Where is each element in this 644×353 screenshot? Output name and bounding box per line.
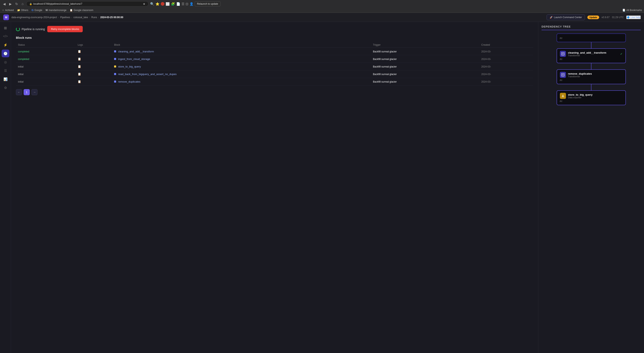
sidebar-icon-grid[interactable]: ▦ [2, 24, 9, 32]
sidebar-icon-globe[interactable]: ◎ [2, 58, 9, 66]
table-row: initial 📋 read_back_from_bigquery_and_as… [16, 70, 533, 78]
sidebar: ▦ </> ⚡ 🕐 ◎ ☰ 📊 ⚙ [0, 22, 11, 353]
exporter-icon [560, 93, 566, 99]
home-button[interactable]: ⌂ [20, 2, 25, 6]
check-icon: ✓ [620, 52, 622, 56]
dep-node-remove-dupes[interactable]: remove_duplicates Transformer PY [556, 69, 626, 84]
breadcrumb-runs[interactable]: Runs [91, 16, 97, 19]
pagination: ← 1 → [16, 89, 533, 95]
sidebar-icon-clock[interactable]: 🕐 [2, 50, 9, 57]
refresh-button[interactable]: ↻ [14, 2, 19, 7]
logs-icon-2[interactable]: 📋 [78, 65, 81, 68]
live-help-button[interactable]: 🔷 Live help [626, 16, 641, 19]
col-status: Status [16, 42, 76, 48]
table-row: completed 📋 cleaning_and_add__transform … [16, 48, 533, 55]
created-0: 2024-03- [481, 50, 491, 53]
sidebar-icon-chart[interactable]: 📊 [2, 75, 9, 83]
created-4: 2024-03- [481, 80, 491, 83]
breadcrumb-run-date[interactable]: 2024-03-25 00:00:00 [100, 16, 123, 19]
block-name-3[interactable]: read_back_from_bigquery_and_assert_no_du… [118, 73, 177, 76]
prev-page-button[interactable]: ← [16, 89, 22, 95]
section-title: Block runs [16, 36, 533, 39]
trigger-1: Backfill surreal glacier [373, 58, 397, 61]
trigger-3: Backfill surreal glacier [373, 73, 397, 76]
block-name-2[interactable]: store_to_big_query [118, 65, 141, 68]
block-table: Status Logs Block Trigger Created comple… [16, 42, 533, 86]
block-color-icon-4 [114, 81, 116, 83]
rocket-icon: 🚀 [550, 16, 553, 19]
node-cleaning-title: cleaning_and_add__transform [568, 51, 606, 54]
bookmark-achived[interactable]: ☆ Achived [2, 9, 14, 12]
status-indicator: Pipeline is running [16, 27, 45, 31]
app-logo: M [3, 15, 9, 20]
dependency-tree: PY cleaning_and_add__transform Transform… [542, 34, 641, 105]
created-3: 2024-03- [481, 73, 491, 76]
time-text: 01:29 UTC [612, 16, 624, 19]
breadcrumb: data-engineering-zoomcamp-2024-project ›… [12, 16, 123, 19]
logs-icon-1[interactable]: 📋 [78, 57, 81, 61]
col-logs: Logs [76, 42, 112, 48]
dep-node-top: PY [556, 34, 626, 42]
bookmark-mandarinorange[interactable]: W mandarinorange [46, 9, 66, 12]
breadcrumb-pipelines[interactable]: Pipelines [60, 16, 70, 19]
logs-icon-0[interactable]: 📋 [78, 50, 81, 53]
bookmarks-bar: ☆ Achived 📁 Others G Google W mandarinor… [0, 8, 644, 13]
block-color-icon-2 [114, 66, 116, 68]
table-row: completed 📋 ingest_from_cloud_storage Ba… [16, 55, 533, 63]
trigger-2: Backfill surreal glacier [373, 65, 397, 68]
bookmark-all[interactable]: 📑 All Bookmarks [622, 9, 642, 12]
dep-connector-3 [591, 84, 592, 90]
col-created: Created [479, 42, 533, 48]
transformer-icon [560, 51, 566, 57]
node-cleaning-subtitle: Transformer [568, 54, 606, 57]
created-1: 2024-03- [481, 58, 491, 61]
block-color-icon-1 [114, 58, 116, 60]
relaunch-button[interactable]: Relaunch to update [195, 2, 220, 6]
dep-node-cleaning[interactable]: cleaning_and_add__transform Transformer … [556, 48, 626, 63]
launch-command-center-button[interactable]: 🚀 Launch Command Center [546, 15, 585, 20]
breadcrumb-project[interactable]: data-engineering-zoomcamp-2024-project [12, 16, 57, 19]
trigger-0: Backfill surreal glacier [373, 50, 397, 53]
address-bar[interactable]: 🔒 localhost:6789/pipelines/colossal_lake… [26, 1, 148, 7]
page-1-button[interactable]: 1 [24, 89, 30, 95]
content-area: Pipeline is running Retry incomplete blo… [11, 22, 538, 353]
block-name-0[interactable]: cleaning_and_add__transform [118, 50, 154, 53]
forward-button[interactable]: ▶ [8, 2, 13, 7]
browser-toolbar: ◀ ▶ ↻ ⌂ 🔒 localhost:6789/pipelines/colos… [0, 0, 644, 8]
logs-icon-4[interactable]: 📋 [78, 80, 81, 83]
sidebar-icon-code[interactable]: </> [2, 33, 9, 40]
bookmark-others[interactable]: 📁 Others [17, 9, 28, 12]
transformer-icon-2 [560, 72, 566, 78]
status-cell-1: completed [18, 58, 29, 61]
dep-connector-2 [591, 63, 592, 69]
back-button[interactable]: ◀ [2, 2, 6, 7]
browser-chrome: ◀ ▶ ↻ ⌂ 🔒 localhost:6789/pipelines/colos… [0, 0, 644, 13]
running-indicator [16, 27, 20, 31]
app-header: M data-engineering-zoomcamp-2024-project… [0, 13, 644, 22]
bookmark-google[interactable]: G Google [32, 9, 42, 12]
trigger-4: Backfill surreal glacier [373, 80, 397, 83]
update-badge[interactable]: Update [587, 16, 599, 19]
dep-connector-1 [591, 42, 592, 48]
dep-node-store[interactable]: store_to_big_query Data exporter PY [556, 90, 626, 105]
node-remove-subtitle: Transformer [568, 75, 592, 78]
status-cell-0: completed [18, 50, 29, 53]
status-cell-4: initial [18, 80, 24, 83]
block-color-icon-0 [114, 50, 116, 52]
dependency-panel: DEPENDENCY TREE PY cleaning_and_add__tra… [538, 22, 644, 353]
block-name-4[interactable]: remove_duplicates [118, 80, 140, 83]
url-text: localhost:6789/pipelines/colossal_lake/r… [34, 3, 82, 5]
breadcrumb-pipeline-name[interactable]: colossal_lake [73, 16, 88, 19]
sidebar-icon-lightning[interactable]: ⚡ [2, 41, 9, 49]
bookmark-classroom[interactable]: 📋 Google classroom [70, 9, 93, 12]
status-label: Pipeline is running [22, 28, 45, 31]
block-name-1[interactable]: ingest_from_cloud_storage [118, 58, 150, 61]
sidebar-icon-table[interactable]: ☰ [2, 67, 9, 75]
main-layout: ▦ </> ⚡ 🕐 ◎ ☰ 📊 ⚙ Pipeline is running Re… [0, 22, 644, 353]
retry-button[interactable]: Retry incomplete blocks [47, 26, 83, 32]
next-page-button[interactable]: → [31, 89, 38, 95]
sidebar-icon-settings[interactable]: ⚙ [2, 84, 9, 92]
created-2: 2024-03- [481, 65, 491, 68]
logs-icon-3[interactable]: 📋 [78, 72, 81, 76]
dep-tree-title: DEPENDENCY TREE [542, 25, 641, 30]
